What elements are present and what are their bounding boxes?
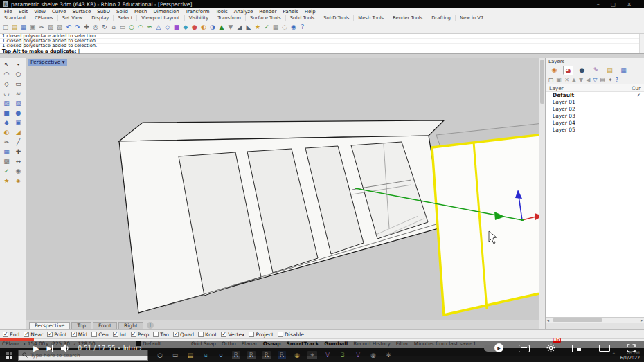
checkbox[interactable] — [198, 332, 204, 337]
subtitles-icon[interactable] — [519, 345, 530, 352]
render-tool[interactable]: ★ — [1, 176, 12, 185]
help[interactable]: ? — [298, 23, 307, 32]
checkbox[interactable] — [47, 332, 53, 337]
collapse[interactable]: ◀ — [586, 77, 590, 83]
layer-tools[interactable]: ✦ — [608, 77, 613, 83]
circle[interactable]: ○ — [127, 23, 136, 32]
select[interactable]: ↖ — [1, 60, 12, 69]
play-icon[interactable]: ▶ — [33, 344, 39, 353]
points[interactable]: ∙ — [12, 60, 24, 69]
menu-item[interactable]: Mesh — [134, 9, 147, 15]
menu-item[interactable]: View — [34, 9, 46, 15]
split-tool[interactable]: ╱ — [12, 137, 24, 147]
open-file[interactable]: ▤ — [10, 23, 19, 32]
checkbox[interactable] — [153, 332, 159, 337]
checkbox[interactable] — [249, 332, 254, 337]
viewport-tab[interactable]: Perspective — [29, 322, 70, 329]
redo[interactable]: ↷ — [73, 23, 82, 32]
box[interactable]: ■ — [172, 23, 181, 32]
toolbar-tab[interactable]: New in V7 — [456, 15, 488, 21]
checkbox[interactable] — [91, 332, 97, 337]
checkbox[interactable] — [173, 332, 179, 337]
add-viewport-button[interactable]: + — [147, 322, 154, 329]
video-progress-bar[interactable] — [0, 338, 34, 341]
freeform-curve[interactable]: ≈ — [12, 89, 24, 98]
list-view[interactable]: ▤ — [600, 77, 605, 83]
checkbox[interactable] — [131, 332, 136, 337]
solid[interactable]: ◆ — [181, 23, 190, 32]
cut[interactable]: ✂ — [37, 23, 46, 32]
fillet-tool[interactable]: ◢ — [12, 127, 24, 137]
checkbox[interactable] — [221, 332, 226, 337]
checkbox[interactable] — [24, 332, 29, 337]
scrollbar-thumb[interactable] — [540, 60, 544, 104]
osnap-option[interactable]: Perp — [131, 332, 150, 338]
checkbox[interactable] — [71, 332, 77, 337]
menu-item[interactable]: Dimension — [153, 9, 179, 15]
osnap-option[interactable]: Point — [47, 332, 67, 338]
rotate-view[interactable]: ↻ — [100, 23, 109, 32]
undo[interactable]: ↶ — [64, 23, 73, 32]
scroll-left-icon[interactable]: ◂ — [547, 318, 549, 323]
copy-layer[interactable]: ▣ — [557, 77, 562, 83]
box-tool[interactable]: ■ — [1, 108, 12, 118]
scroll-right-icon[interactable]: ▸ — [641, 318, 643, 323]
extrude-tool[interactable]: ▣ — [12, 118, 24, 127]
menu-item[interactable]: Analyze — [234, 9, 253, 15]
command-scrollbar[interactable] — [639, 34, 644, 53]
web[interactable]: ◉ — [289, 23, 298, 32]
osnap-option[interactable]: Disable — [278, 332, 304, 338]
toolbar-tab[interactable]: Solid Tools — [286, 15, 319, 21]
patch[interactable]: ◇ — [163, 23, 172, 32]
help[interactable]: ? — [616, 77, 618, 83]
move-tool[interactable]: ✚ — [12, 147, 24, 156]
layer-row[interactable]: Layer 02 — [546, 106, 644, 113]
lasso[interactable]: ◌ — [280, 23, 289, 32]
zoom-extents[interactable]: ⌂ — [109, 23, 118, 32]
sphere-tool[interactable]: ● — [12, 108, 24, 118]
toolbar-tab[interactable]: Render Tools — [388, 15, 427, 21]
viewport-title-chip[interactable]: Perspective ▾ — [28, 59, 67, 66]
surface-tool[interactable]: ▧ — [1, 98, 12, 108]
cylinder-tool[interactable]: ◆ — [1, 118, 12, 127]
minimize-button[interactable]: – — [597, 1, 600, 8]
analyze-tool[interactable]: ◉ — [12, 166, 24, 176]
toolbar-tab[interactable]: Visibility — [185, 15, 214, 21]
close-button[interactable]: ✕ — [627, 1, 632, 8]
viewport-tab[interactable]: Right — [118, 322, 143, 329]
viewport-scrollbar[interactable] — [539, 58, 545, 329]
curve[interactable]: ≈ — [145, 23, 154, 32]
surface[interactable]: △ — [154, 23, 163, 32]
menu-item[interactable]: SubD — [97, 9, 110, 15]
rendering-tab[interactable]: ▦ — [618, 66, 629, 75]
menu-item[interactable]: Transform — [186, 9, 210, 15]
autoplay-toggle[interactable] — [484, 345, 502, 352]
perspective-viewport[interactable]: Perspective ▾ — [26, 58, 539, 320]
array-tool[interactable]: ▩ — [1, 156, 12, 166]
polygon-tool[interactable]: ◇ — [1, 79, 12, 89]
move-up[interactable]: ▲ — [572, 77, 576, 83]
arc-tool[interactable]: ◡ — [1, 89, 12, 98]
menu-item[interactable]: Curve — [52, 9, 66, 15]
checkbox[interactable] — [278, 332, 283, 337]
menu-item[interactable]: Solid — [116, 9, 128, 15]
toolbar-tab[interactable]: Transform — [213, 15, 246, 21]
checkbox[interactable] — [3, 332, 8, 337]
fullscreen-icon[interactable] — [627, 344, 636, 352]
menu-item[interactable]: Edit — [19, 9, 28, 15]
checkbox[interactable] — [113, 332, 118, 337]
viewport-tab[interactable]: Top — [71, 322, 91, 329]
theater-mode-icon[interactable] — [599, 345, 610, 352]
rectangle-tool[interactable]: ▭ — [12, 79, 24, 89]
curve-tool[interactable]: ◠ — [1, 69, 12, 79]
materials-tab[interactable]: ▤ — [605, 66, 615, 75]
move-down[interactable]: ▼ — [579, 77, 583, 83]
osnap-option[interactable]: Project — [249, 332, 274, 338]
display-tab[interactable]: ● — [577, 66, 587, 75]
check-tool[interactable]: ✓ — [1, 166, 12, 176]
layers-tab[interactable]: ◕ — [563, 66, 573, 75]
chamfer[interactable]: ◣ — [244, 23, 253, 32]
scale-tool[interactable]: ↔ — [12, 156, 24, 166]
new-layer[interactable]: ▢ — [548, 77, 554, 83]
miniplayer-icon[interactable] — [572, 345, 582, 352]
